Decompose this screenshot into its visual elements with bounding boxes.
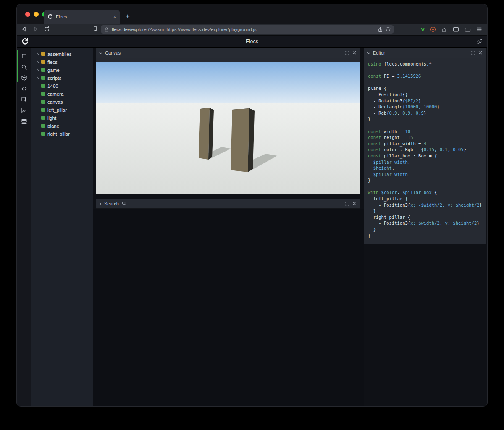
code-line — [368, 184, 485, 190]
extensions-puzzle-icon[interactable] — [441, 26, 447, 32]
search-icon[interactable] — [21, 64, 27, 70]
code-editor[interactable]: using flecs.components.* const PI = 3.14… — [364, 58, 486, 244]
center-column: Canvas — [93, 48, 364, 406]
address-bar[interactable]: flecs.dev/explorer/?wasm=https://www.fle… — [101, 25, 394, 34]
collapse-chevron-icon[interactable] — [99, 50, 102, 54]
tree-item-assemblies[interactable]: assemblies — [32, 50, 93, 58]
entity-color-square — [41, 116, 45, 120]
app-main: assembliesflecsgamescripts1460cameracanv… — [17, 48, 487, 406]
close-panel-icon[interactable] — [352, 202, 357, 206]
canvas-panel-header: Canvas — [96, 48, 360, 58]
browser-window: Flecs × + flecs.dev/explorer/?wasm=https… — [17, 4, 487, 406]
page-title: Flecs — [246, 39, 258, 45]
share-icon[interactable] — [378, 27, 383, 32]
expand-panel-icon[interactable] — [345, 202, 349, 206]
editor-panel-title: Editor — [373, 50, 385, 55]
code-line: $pillar_width — [368, 172, 485, 178]
minimize-window-button[interactable] — [34, 12, 39, 17]
menu-icon[interactable] — [476, 26, 482, 32]
sidebar-toggle-icon[interactable] — [453, 26, 459, 32]
url-text[interactable]: flecs.dev/explorer/?wasm=https://www.fle… — [112, 27, 375, 32]
tree-item-left_pillar[interactable]: left_pillar — [32, 106, 93, 114]
tree-item-label: camera — [47, 92, 63, 97]
expand-chevron-icon[interactable] — [35, 77, 41, 79]
editor-panel-header: Editor — [364, 48, 486, 58]
expand-chevron-icon[interactable] — [35, 61, 41, 63]
entity-color-square — [41, 52, 45, 56]
close-panel-icon[interactable] — [478, 51, 483, 55]
browser-tab[interactable]: Flecs × — [44, 10, 120, 24]
search-results-area — [93, 209, 364, 406]
tree-item-label: plane — [47, 123, 59, 128]
url-domain: flecs.dev — [112, 27, 130, 32]
code-line: - Position3{x: -$width/2, y: $height/2} — [368, 202, 485, 209]
icon-rail — [17, 48, 32, 406]
code-line: $height, — [368, 165, 485, 172]
wallet-icon[interactable] — [465, 26, 471, 32]
code-line: const pillar_box : Box = { — [368, 153, 485, 160]
code-icon[interactable] — [21, 86, 27, 92]
forward-button[interactable] — [32, 26, 39, 33]
code-line: const pillar_width = 4 — [368, 141, 485, 147]
close-panel-icon[interactable] — [352, 51, 357, 55]
expand-chevron-icon[interactable] — [35, 69, 41, 71]
bookmark-icon[interactable] — [92, 26, 99, 33]
code-line: - Rotation3{$PI/2} — [368, 98, 485, 105]
tree-item-label: assemblies — [47, 52, 72, 57]
entity-color-square — [41, 92, 45, 96]
code-line: left_pillar { — [368, 196, 485, 202]
collapse-chevron-icon[interactable] — [367, 50, 370, 54]
expand-panel-icon[interactable] — [471, 51, 475, 55]
tree-item-1460[interactable]: 1460 — [32, 82, 93, 90]
tree-item-light[interactable]: light — [32, 114, 93, 122]
code-line: $pillar_width, — [368, 160, 485, 166]
tree-item-scripts[interactable]: scripts — [32, 74, 93, 82]
canvas-panel-title: Canvas — [105, 50, 121, 55]
rail-active-indicator — [17, 50, 18, 82]
tree-item-canvas[interactable]: canvas — [32, 98, 93, 106]
code-line: using flecs.components.* — [368, 61, 485, 68]
tree-dash — [35, 94, 41, 94]
tree-dash — [35, 102, 41, 102]
vimium-extension-icon[interactable]: V — [421, 26, 425, 33]
tree-dash — [35, 126, 41, 126]
entities-icon[interactable] — [21, 75, 27, 81]
tree-item-flecs[interactable]: flecs — [32, 58, 93, 66]
entity-color-square — [41, 68, 45, 72]
tree-item-game[interactable]: game — [32, 66, 93, 74]
inspect-icon[interactable] — [21, 97, 27, 103]
brave-shield-icon[interactable] — [386, 27, 391, 32]
tree-item-label: left_pillar — [47, 108, 67, 113]
code-line: } — [368, 208, 485, 215]
tree-item-camera[interactable]: camera — [32, 90, 93, 98]
expand-chevron-icon[interactable] — [35, 53, 41, 55]
link-icon[interactable] — [477, 39, 482, 45]
code-line: - Position3{} — [368, 92, 485, 98]
tree-item-label: light — [47, 115, 56, 121]
code-line — [368, 123, 485, 129]
expand-panel-icon[interactable] — [345, 51, 349, 55]
tab-close-icon[interactable]: × — [113, 14, 116, 20]
canvas-3d-viewport[interactable] — [96, 58, 360, 194]
code-line: - Rectangle{10000, 10000} — [368, 104, 485, 110]
canvas-panel: Canvas — [96, 48, 360, 194]
code-line: } — [368, 116, 485, 123]
tree-item-label: flecs — [47, 60, 58, 65]
search-panel-header: Search — [96, 199, 360, 209]
tree-item-plane[interactable]: plane — [32, 122, 93, 130]
code-line: - Position3{x: $width/2, y: $height/2} — [368, 220, 485, 227]
tree-item-right_pillar[interactable]: right_pillar — [32, 130, 93, 138]
code-line: } — [368, 233, 485, 239]
reload-button[interactable] — [44, 26, 50, 33]
outliner-icon[interactable] — [21, 53, 27, 59]
close-window-button[interactable] — [25, 12, 30, 17]
queries-icon[interactable] — [21, 118, 27, 125]
entity-color-square — [41, 108, 45, 112]
editor-panel: Editor using flecs.components.* const PI… — [364, 48, 486, 244]
back-button[interactable] — [21, 26, 28, 33]
right-pillar — [231, 108, 249, 172]
lock-icon — [104, 27, 109, 32]
brave-rewards-icon[interactable] — [430, 26, 436, 32]
new-tab-button[interactable]: + — [123, 11, 133, 21]
stats-icon[interactable] — [21, 108, 27, 114]
